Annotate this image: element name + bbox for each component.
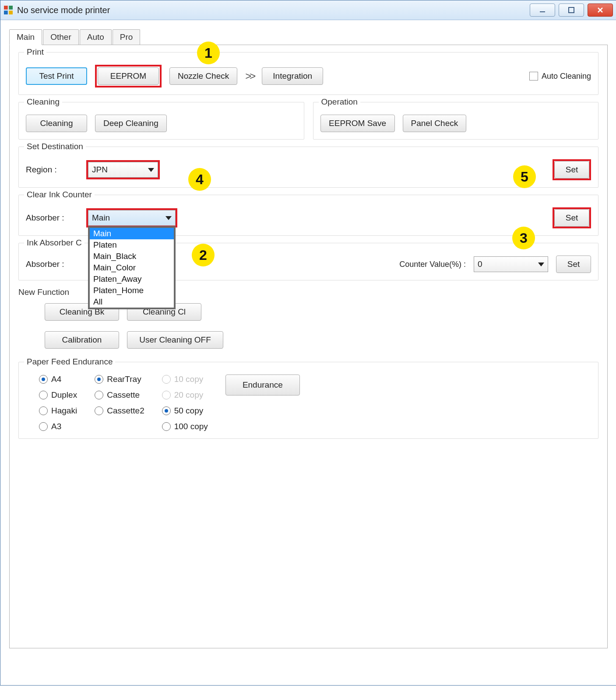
integration-button[interactable]: Integration [262, 67, 323, 85]
absorber-dropdown: Main Platen Main_Black Main_Color Platen… [88, 226, 176, 309]
nozzle-check-button[interactable]: Nozzle Check [169, 67, 237, 85]
radio-hagaki[interactable]: Hagaki [39, 406, 77, 416]
tab-other[interactable]: Other [43, 29, 79, 45]
maximize-button[interactable] [559, 4, 584, 17]
group-cleaning-title: Cleaning [24, 97, 62, 107]
app-icon [4, 6, 13, 14]
group-print-title: Print [24, 47, 46, 57]
region-select[interactable]: JPN [88, 162, 158, 178]
eeprom-save-button[interactable]: EEPROM Save [320, 115, 395, 132]
chevron-down-icon [538, 262, 544, 266]
eeprom-button[interactable]: EEPROM [98, 67, 159, 85]
chevron-down-icon [165, 216, 172, 220]
group-clear-ink-counter-title: Clear Ink Counter [24, 190, 95, 200]
group-paper-feed-title: Paper Feed Endurance [24, 357, 115, 367]
arrow-icon: >> [245, 70, 254, 82]
radio-reartray[interactable]: RearTray [95, 374, 144, 384]
counter-value-label: Counter Value(%) : [399, 260, 466, 269]
size-radio-group: A4 Duplex Hagaki A3 [39, 374, 77, 431]
absorber-option[interactable]: Platen [90, 239, 174, 251]
auto-cleaning-checkbox[interactable]: Auto Cleaning [529, 72, 591, 81]
deep-cleaning-button[interactable]: Deep Cleaning [95, 115, 167, 132]
source-radio-group: RearTray Cassette Cassette2 [95, 374, 144, 416]
region-label: Region : [26, 165, 78, 175]
absorber-option[interactable]: Platen_Home [90, 285, 174, 296]
group-operation-title: Operation [319, 97, 360, 107]
callout-3: 3 [512, 227, 535, 249]
tab-main[interactable]: Main [9, 29, 42, 45]
absorber-option[interactable]: Main [90, 228, 174, 239]
absorber-select[interactable]: Main Main Platen Main_Black Main_Color P… [88, 210, 176, 226]
radio-duplex[interactable]: Duplex [39, 390, 77, 400]
group-ink-absorber-title: Ink Absorber C [24, 238, 84, 248]
group-paper-feed: Paper Feed Endurance A4 Duplex Hagaki A3… [18, 362, 598, 439]
group-set-destination: Set Destination Region : JPN Set [18, 147, 598, 188]
client-area: Main Other Auto Pro 1 4 5 2 3 Print Test… [0, 20, 616, 685]
radio-10copy: 10 copy [162, 374, 208, 384]
absorber-option[interactable]: Main_Color [90, 262, 174, 273]
cleaning-button[interactable]: Cleaning [26, 115, 87, 132]
svg-rect-0 [4, 6, 8, 10]
window-buttons [530, 4, 613, 17]
panel-check-button[interactable]: Panel Check [403, 115, 467, 132]
tab-body-main: 1 4 5 2 3 Print Test Print EEPROM Nozzle… [9, 45, 608, 648]
svg-rect-5 [569, 7, 574, 13]
window-title: No service mode printer [17, 5, 530, 15]
chevron-down-icon [148, 168, 154, 172]
region-value: JPN [92, 165, 108, 175]
svg-rect-1 [9, 6, 13, 10]
calibration-button[interactable]: Calibration [45, 331, 119, 349]
tab-bar: Main Other Auto Pro [9, 29, 608, 45]
radio-a3[interactable]: A3 [39, 422, 77, 431]
group-operation: Operation EEPROM Save Panel Check [313, 102, 599, 140]
radio-50copy[interactable]: 50 copy [162, 406, 208, 416]
svg-rect-3 [9, 10, 13, 14]
radio-20copy: 20 copy [162, 390, 208, 400]
checkbox-icon [529, 72, 538, 80]
group-print: Print Test Print EEPROM Nozzle Check >> … [18, 52, 598, 95]
svg-rect-2 [4, 10, 8, 14]
tab-auto[interactable]: Auto [80, 29, 112, 45]
radio-a4[interactable]: A4 [39, 374, 77, 384]
test-print-button[interactable]: Test Print [26, 67, 87, 85]
absorber-value: Main [92, 213, 110, 223]
tab-pro[interactable]: Pro [113, 29, 141, 45]
user-cleaning-off-button[interactable]: User Cleaning OFF [127, 331, 223, 349]
callout-2: 2 [192, 244, 215, 266]
callout-5: 5 [513, 165, 536, 188]
minimize-button[interactable] [530, 4, 555, 17]
absorber-option[interactable]: All [90, 296, 174, 308]
group-set-destination-title: Set Destination [24, 142, 86, 151]
absorber-option[interactable]: Main_Black [90, 251, 174, 262]
counter-value-select[interactable]: 0 [474, 256, 548, 272]
close-button[interactable] [588, 4, 613, 17]
ink-absorber-label: Absorber : [26, 259, 78, 269]
radio-100copy[interactable]: 100 copy [162, 422, 208, 431]
group-clear-ink-counter: Clear Ink Counter Absorber : Main Main P… [18, 195, 598, 236]
absorber-option[interactable]: Platen_Away [90, 273, 174, 285]
radio-cassette2[interactable]: Cassette2 [95, 406, 144, 416]
auto-cleaning-label: Auto Cleaning [542, 72, 591, 81]
ink-absorber-set-button[interactable]: Set [556, 256, 591, 273]
callout-1: 1 [197, 42, 220, 64]
copies-radio-group: 10 copy 20 copy 50 copy 100 copy [162, 374, 208, 431]
callout-4: 4 [188, 168, 211, 191]
counter-value: 0 [478, 259, 482, 269]
set-destination-set-button[interactable]: Set [554, 161, 589, 178]
titlebar: No service mode printer [0, 0, 616, 20]
radio-cassette[interactable]: Cassette [95, 390, 144, 400]
endurance-button[interactable]: Endurance [225, 374, 300, 396]
absorber-label: Absorber : [26, 213, 78, 223]
app-window: No service mode printer Main Other Auto … [0, 0, 616, 686]
group-cleaning: Cleaning Cleaning Deep Cleaning [18, 102, 304, 140]
svg-rect-4 [540, 11, 545, 12]
clear-ink-set-button[interactable]: Set [554, 209, 589, 227]
